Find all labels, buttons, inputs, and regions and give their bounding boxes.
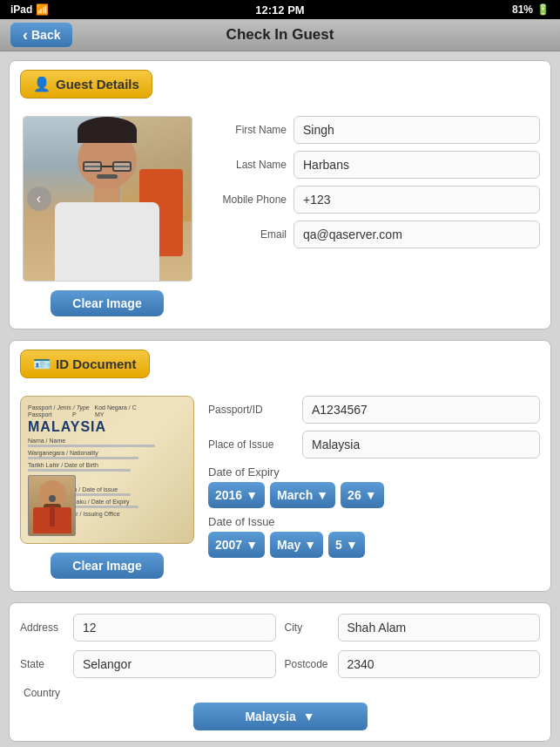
issue-year-value: 2007: [215, 538, 242, 552]
main-content: 👤 Guest Details: [0, 51, 560, 747]
status-left: iPad 📶: [10, 3, 49, 16]
email-row: Email: [208, 221, 540, 248]
status-bar: iPad 📶 12:12 PM 81% 🔋: [0, 0, 560, 19]
id-card-country: MALAYSIA: [28, 419, 186, 435]
address-grid: Address City State Postcode: [20, 614, 540, 678]
guest-icon: 👤: [33, 76, 51, 92]
battery-label: 81%: [512, 3, 533, 16]
postcode-input[interactable]: [338, 650, 541, 678]
issue-day-dropdown[interactable]: 5 ▼: [328, 532, 365, 558]
id-document-label: ID Document: [56, 357, 137, 371]
last-name-row: Last Name: [208, 151, 540, 179]
id-card-image: Passport / Jenis / Type Kod Negara / C P…: [20, 396, 194, 544]
photo-nav-left[interactable]: ‹: [27, 187, 51, 211]
city-field-group: City: [285, 614, 541, 642]
postcode-field-group: Postcode: [285, 650, 541, 678]
wifi-icon: 📶: [36, 3, 49, 16]
issue-month-chevron-icon: ▼: [304, 538, 316, 552]
date-of-expiry-section: Date of Expiry 2016 ▼ March ▼ 26 ▼: [208, 465, 540, 508]
guest-details-body: ‹ Clear Image First Name Last Name Mobil…: [10, 107, 550, 329]
first-name-row: First Name: [208, 116, 540, 144]
expiry-year-value: 2016: [215, 488, 242, 502]
city-input[interactable]: [338, 614, 541, 642]
mobile-phone-input[interactable]: [293, 186, 540, 214]
last-name-label: Last Name: [208, 159, 287, 171]
guest-details-header: 👤 Guest Details: [10, 61, 550, 107]
place-of-issue-input[interactable]: [302, 431, 540, 458]
id-card-photo: [28, 475, 76, 536]
issue-month-value: May: [277, 538, 300, 552]
id-document-header: 🪪 ID Document: [10, 341, 550, 387]
postcode-label: Postcode: [285, 658, 333, 670]
state-label: State: [20, 658, 68, 670]
mobile-phone-row: Mobile Phone: [208, 186, 540, 214]
back-button[interactable]: Back: [10, 23, 72, 47]
issue-day-value: 5: [335, 538, 342, 552]
guest-details-card: 👤 Guest Details: [9, 60, 551, 329]
guest-form-fields: First Name Last Name Mobile Phone Email: [208, 116, 540, 316]
id-form-fields: Passport/ID Place of Issue Date of Expir…: [208, 396, 540, 558]
state-input[interactable]: [73, 650, 276, 678]
passport-id-input[interactable]: [302, 396, 540, 424]
id-icon: 🪪: [33, 356, 51, 372]
date-of-issue-label: Date of Issue: [208, 515, 540, 528]
date-of-issue-section: Date of Issue 2007 ▼ May ▼ 5 ▼: [208, 515, 540, 558]
expiry-year-chevron-icon: ▼: [246, 488, 258, 502]
expiry-day-dropdown[interactable]: 26 ▼: [341, 482, 383, 508]
status-time: 12:12 PM: [255, 3, 304, 17]
id-section-body: Passport / Jenis / Type Kod Negara / C P…: [10, 387, 550, 591]
id-clear-image-button[interactable]: Clear Image: [51, 553, 164, 579]
issue-year-chevron-icon: ▼: [246, 538, 258, 552]
date-of-issue-dropdowns: 2007 ▼ May ▼ 5 ▼: [208, 532, 540, 558]
country-chevron-icon: ▼: [303, 710, 315, 723]
address-field-group: Address: [20, 614, 276, 642]
battery-icon: 🔋: [536, 3, 550, 16]
email-input[interactable]: [293, 221, 540, 248]
page-title: Check In Guest: [226, 26, 334, 44]
country-label: Country: [24, 687, 60, 699]
place-of-issue-label: Place of Issue: [208, 438, 295, 451]
city-label: City: [285, 621, 333, 634]
country-row: Country Malaysia ▼: [20, 687, 540, 730]
issue-month-dropdown[interactable]: May ▼: [270, 532, 323, 558]
last-name-input[interactable]: [293, 151, 540, 179]
device-label: iPad: [10, 3, 32, 16]
country-value: Malaysia: [245, 710, 295, 723]
address-card: Address City State Postcode Country Mala…: [9, 602, 551, 742]
mobile-phone-label: Mobile Phone: [208, 194, 287, 206]
guest-clear-image-button[interactable]: Clear Image: [51, 290, 164, 316]
guest-details-badge: 👤 Guest Details: [20, 70, 152, 98]
guest-photo-frame: ‹: [23, 116, 192, 282]
place-of-issue-row: Place of Issue: [208, 431, 540, 458]
first-name-label: First Name: [208, 124, 287, 136]
id-document-card: 🪪 ID Document Passport / Jenis / Type Ko…: [9, 340, 551, 592]
passport-id-label: Passport/ID: [208, 404, 295, 416]
country-dropdown[interactable]: Malaysia ▼: [193, 703, 368, 730]
expiry-day-value: 26: [347, 488, 361, 502]
passport-id-row: Passport/ID: [208, 396, 540, 424]
expiry-day-chevron-icon: ▼: [365, 488, 377, 502]
id-document-badge: 🪪 ID Document: [20, 350, 150, 378]
date-of-expiry-dropdowns: 2016 ▼ March ▼ 26 ▼: [208, 482, 540, 508]
issue-day-chevron-icon: ▼: [346, 538, 358, 552]
expiry-year-dropdown[interactable]: 2016 ▼: [208, 482, 265, 508]
date-of-expiry-label: Date of Expiry: [208, 465, 540, 479]
address-input[interactable]: [73, 614, 276, 642]
state-field-group: State: [20, 650, 276, 678]
address-label: Address: [20, 621, 68, 634]
guest-details-label: Guest Details: [56, 77, 139, 92]
first-name-input[interactable]: [293, 116, 540, 144]
email-label: Email: [208, 228, 287, 241]
guest-photo-area: ‹ Clear Image: [20, 116, 194, 316]
status-right: 81% 🔋: [512, 3, 550, 16]
nav-bar: Back Check In Guest: [0, 19, 560, 51]
issue-year-dropdown[interactable]: 2007 ▼: [208, 532, 265, 558]
expiry-month-value: March: [277, 488, 313, 502]
expiry-month-dropdown[interactable]: March ▼: [270, 482, 335, 508]
expiry-month-chevron-icon: ▼: [316, 488, 328, 502]
